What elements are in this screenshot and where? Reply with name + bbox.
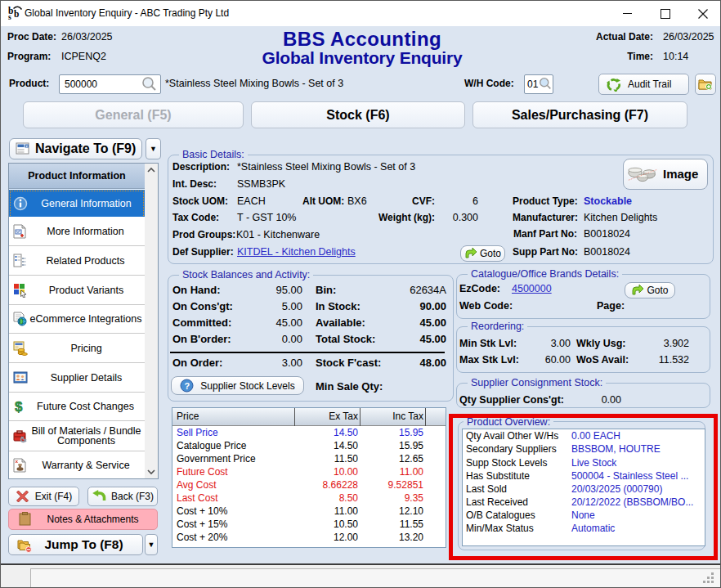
svg-text:s: s [8, 13, 11, 21]
svg-text:b: b [14, 9, 19, 19]
svg-text:?: ? [185, 381, 190, 391]
svg-text:$: $ [15, 399, 23, 414]
